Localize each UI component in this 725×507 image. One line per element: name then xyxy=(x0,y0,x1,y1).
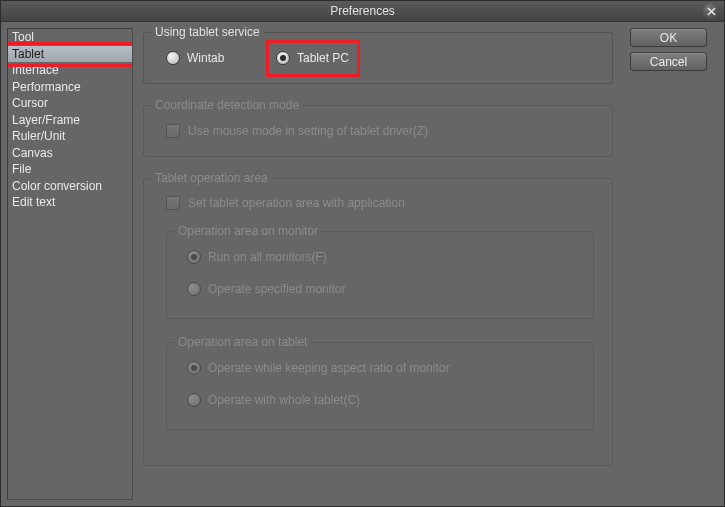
category-list: Tool Tablet Interface Performance Cursor… xyxy=(7,28,133,500)
sidebar-item-tablet[interactable]: Tablet xyxy=(8,46,132,63)
radio-dot-icon xyxy=(187,250,201,264)
sidebar-item-color-conversion[interactable]: Color conversion xyxy=(8,178,132,195)
radio-label: Run on all monitors(F) xyxy=(208,250,327,264)
radio-label: Operate specified monitor xyxy=(208,282,345,296)
checkbox-box-icon xyxy=(166,124,180,138)
legend-tablet-service: Using tablet service xyxy=(151,25,264,39)
checkbox-label: Use mouse mode in setting of tablet driv… xyxy=(188,124,428,138)
subgroup-monitor: Operation area on monitor Run on all mon… xyxy=(166,231,594,319)
radio-label: Wintab xyxy=(187,51,224,65)
content-pane: Using tablet service Wintab Tablet PC Co… xyxy=(139,28,718,500)
checkbox-box-icon xyxy=(166,196,180,210)
sidebar-item-ruler-unit[interactable]: Ruler/Unit xyxy=(8,128,132,145)
radio-label: Operate with whole tablet(C) xyxy=(208,393,360,407)
legend-monitor: Operation area on monitor xyxy=(174,224,322,238)
sidebar-item-cursor[interactable]: Cursor xyxy=(8,95,132,112)
radio-specified-monitor: Operate specified monitor xyxy=(187,282,345,296)
radio-dot-icon xyxy=(166,51,180,65)
legend-tablet: Operation area on tablet xyxy=(174,335,311,349)
radio-run-all-monitors: Run on all monitors(F) xyxy=(187,250,327,264)
radio-keep-aspect: Operate while keeping aspect ratio of mo… xyxy=(187,361,449,375)
sidebar-item-tool[interactable]: Tool xyxy=(8,29,132,46)
checkbox-set-op-area: Set tablet operation area with applicati… xyxy=(166,196,405,210)
radio-dot-icon xyxy=(187,393,201,407)
radio-dot-icon xyxy=(187,361,201,375)
sidebar-item-interface[interactable]: Interface xyxy=(8,62,132,79)
radio-label: Operate while keeping aspect ratio of mo… xyxy=(208,361,449,375)
ok-button[interactable]: OK xyxy=(630,28,707,47)
group-coord-mode: Coordinate detection mode Use mouse mode… xyxy=(143,105,613,157)
preferences-window: Preferences Tool Tablet Interface Perfor… xyxy=(0,0,725,507)
group-tablet-service: Using tablet service Wintab Tablet PC xyxy=(143,32,613,84)
radio-dot-icon xyxy=(276,51,290,65)
sidebar-item-performance[interactable]: Performance xyxy=(8,79,132,96)
close-icon xyxy=(707,7,716,16)
cancel-button[interactable]: Cancel xyxy=(630,52,707,71)
titlebar: Preferences xyxy=(1,1,724,22)
sidebar-item-canvas[interactable]: Canvas xyxy=(8,145,132,162)
checkbox-label: Set tablet operation area with applicati… xyxy=(188,196,405,210)
radio-label: Tablet PC xyxy=(297,51,349,65)
radio-tablet-pc[interactable]: Tablet PC xyxy=(276,51,349,65)
checkbox-mouse-mode: Use mouse mode in setting of tablet driv… xyxy=(166,124,428,138)
radio-wintab[interactable]: Wintab xyxy=(166,51,224,65)
close-button[interactable] xyxy=(703,3,720,20)
radio-whole-tablet: Operate with whole tablet(C) xyxy=(187,393,360,407)
sidebar-item-edit-text[interactable]: Edit text xyxy=(8,194,132,211)
legend-coord-mode: Coordinate detection mode xyxy=(151,98,303,112)
sidebar-item-layer-frame[interactable]: Layer/Frame xyxy=(8,112,132,129)
group-op-area: Tablet operation area Set tablet operati… xyxy=(143,178,613,466)
window-title: Preferences xyxy=(330,4,395,18)
legend-op-area: Tablet operation area xyxy=(151,171,272,185)
sidebar-item-file[interactable]: File xyxy=(8,161,132,178)
subgroup-tablet: Operation area on tablet Operate while k… xyxy=(166,342,594,430)
radio-dot-icon xyxy=(187,282,201,296)
